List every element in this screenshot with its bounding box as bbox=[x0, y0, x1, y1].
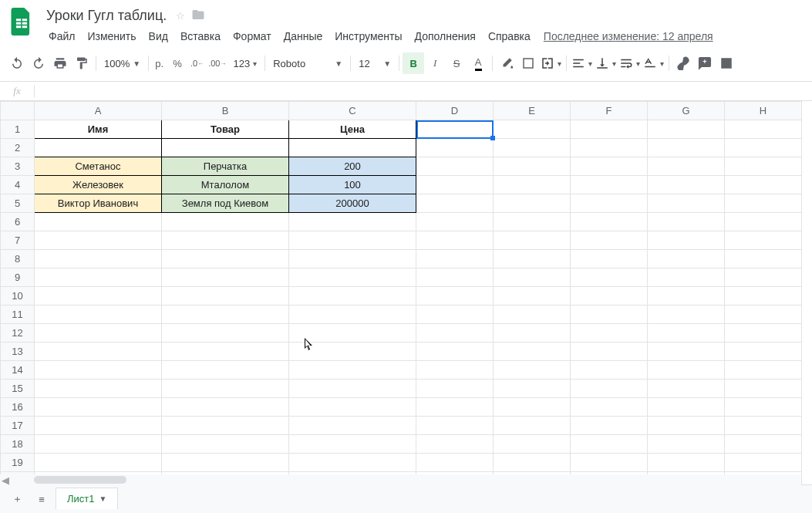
cell-A18[interactable] bbox=[35, 435, 162, 454]
cell-A13[interactable] bbox=[35, 343, 162, 361]
cell-H13[interactable] bbox=[725, 343, 802, 361]
cell-D10[interactable] bbox=[416, 287, 494, 305]
cell-B11[interactable] bbox=[162, 305, 289, 324]
cell-D1[interactable] bbox=[416, 120, 494, 139]
vertical-align-button[interactable]: ▾ bbox=[594, 53, 618, 73]
column-header-H[interactable]: H bbox=[725, 102, 802, 120]
cell-A4[interactable]: Железовек bbox=[35, 176, 162, 194]
text-wrap-button[interactable]: ▾ bbox=[618, 53, 642, 73]
cell-E8[interactable] bbox=[494, 250, 571, 268]
cell-H18[interactable] bbox=[725, 435, 802, 454]
cell-C7[interactable] bbox=[289, 231, 416, 250]
cell-F16[interactable] bbox=[571, 398, 648, 417]
print-button[interactable] bbox=[49, 52, 71, 74]
cell-B6[interactable] bbox=[162, 213, 289, 231]
cell-E2[interactable] bbox=[494, 139, 571, 157]
cell-B8[interactable] bbox=[162, 250, 289, 268]
cell-C5[interactable]: 200000 bbox=[289, 194, 416, 213]
cell-D17[interactable] bbox=[416, 417, 494, 435]
cell-E17[interactable] bbox=[494, 417, 571, 435]
cell-G18[interactable] bbox=[648, 435, 725, 454]
cell-G4[interactable] bbox=[648, 176, 725, 194]
cell-C4[interactable]: 100 bbox=[289, 176, 416, 194]
cell-G10[interactable] bbox=[648, 287, 725, 305]
row-header-9[interactable]: 9 bbox=[1, 268, 35, 287]
row-header-12[interactable]: 12 bbox=[1, 324, 35, 343]
cell-F15[interactable] bbox=[571, 380, 648, 398]
cell-F3[interactable] bbox=[571, 157, 648, 176]
paint-format-button[interactable] bbox=[71, 52, 93, 74]
row-header-6[interactable]: 6 bbox=[1, 213, 35, 231]
decrease-decimal-button[interactable]: .0← bbox=[188, 52, 206, 74]
cell-E10[interactable] bbox=[494, 287, 571, 305]
row-header-3[interactable]: 3 bbox=[1, 157, 35, 176]
cell-C6[interactable] bbox=[289, 213, 416, 231]
cell-G12[interactable] bbox=[648, 324, 725, 343]
fill-color-button[interactable] bbox=[496, 52, 517, 74]
menu-view[interactable]: Вид bbox=[143, 27, 174, 46]
bold-button[interactable]: B bbox=[403, 52, 424, 74]
cell-B16[interactable] bbox=[162, 398, 289, 417]
cell-G3[interactable] bbox=[648, 157, 725, 176]
row-header-11[interactable]: 11 bbox=[1, 305, 35, 324]
cell-F1[interactable] bbox=[571, 120, 648, 139]
cell-D4[interactable] bbox=[416, 176, 494, 194]
cell-E15[interactable] bbox=[494, 380, 571, 398]
cell-D16[interactable] bbox=[416, 398, 494, 417]
row-header-8[interactable]: 8 bbox=[1, 250, 35, 268]
borders-button[interactable] bbox=[517, 52, 539, 74]
zoom-select[interactable]: 100%▼ bbox=[99, 53, 145, 73]
cell-F12[interactable] bbox=[571, 324, 648, 343]
cell-A7[interactable] bbox=[35, 231, 162, 250]
cell-H7[interactable] bbox=[725, 231, 802, 250]
cell-B14[interactable] bbox=[162, 361, 289, 380]
cell-H14[interactable] bbox=[725, 361, 802, 380]
cell-A15[interactable] bbox=[35, 380, 162, 398]
cell-F6[interactable] bbox=[571, 213, 648, 231]
cell-C13[interactable] bbox=[289, 343, 416, 361]
cell-E16[interactable] bbox=[494, 398, 571, 417]
cell-A14[interactable] bbox=[35, 361, 162, 380]
cell-C2[interactable] bbox=[289, 139, 416, 157]
all-sheets-button[interactable]: ≡ bbox=[31, 488, 52, 510]
column-header-C[interactable]: C bbox=[289, 102, 416, 120]
cell-H17[interactable] bbox=[725, 417, 802, 435]
cell-D2[interactable] bbox=[416, 139, 494, 157]
column-header-G[interactable]: G bbox=[648, 102, 725, 120]
cell-A6[interactable] bbox=[35, 213, 162, 231]
cell-A19[interactable] bbox=[35, 454, 162, 472]
menu-addons[interactable]: Дополнения bbox=[409, 27, 481, 46]
insert-chart-button[interactable] bbox=[716, 52, 737, 74]
cell-F8[interactable] bbox=[571, 250, 648, 268]
cell-E7[interactable] bbox=[494, 231, 571, 250]
cell-F11[interactable] bbox=[571, 305, 648, 324]
cell-F2[interactable] bbox=[571, 139, 648, 157]
column-header-E[interactable]: E bbox=[494, 102, 571, 120]
cell-B2[interactable] bbox=[162, 139, 289, 157]
cell-B12[interactable] bbox=[162, 324, 289, 343]
cell-E9[interactable] bbox=[494, 268, 571, 287]
folder-icon[interactable] bbox=[191, 8, 205, 24]
cell-C12[interactable] bbox=[289, 324, 416, 343]
sheet-tab-active[interactable]: Лист1 ▼ bbox=[56, 488, 118, 509]
cell-E18[interactable] bbox=[494, 435, 571, 454]
cell-B5[interactable]: Земля под Киевом bbox=[162, 194, 289, 213]
cell-H2[interactable] bbox=[725, 139, 802, 157]
cell-D8[interactable] bbox=[416, 250, 494, 268]
cell-E5[interactable] bbox=[494, 194, 571, 213]
italic-button[interactable]: I bbox=[424, 52, 446, 74]
cell-G15[interactable] bbox=[648, 380, 725, 398]
menu-insert[interactable]: Вставка bbox=[175, 27, 226, 46]
cell-G9[interactable] bbox=[648, 268, 725, 287]
cell-B19[interactable] bbox=[162, 454, 289, 472]
cell-F10[interactable] bbox=[571, 287, 648, 305]
cell-A2[interactable] bbox=[35, 139, 162, 157]
column-header-A[interactable]: A bbox=[35, 102, 162, 120]
cell-E1[interactable] bbox=[494, 120, 571, 139]
strikethrough-button[interactable]: S bbox=[446, 52, 467, 74]
cell-G1[interactable] bbox=[648, 120, 725, 139]
cell-H12[interactable] bbox=[725, 324, 802, 343]
cell-H15[interactable] bbox=[725, 380, 802, 398]
cell-G11[interactable] bbox=[648, 305, 725, 324]
cell-E13[interactable] bbox=[494, 343, 571, 361]
